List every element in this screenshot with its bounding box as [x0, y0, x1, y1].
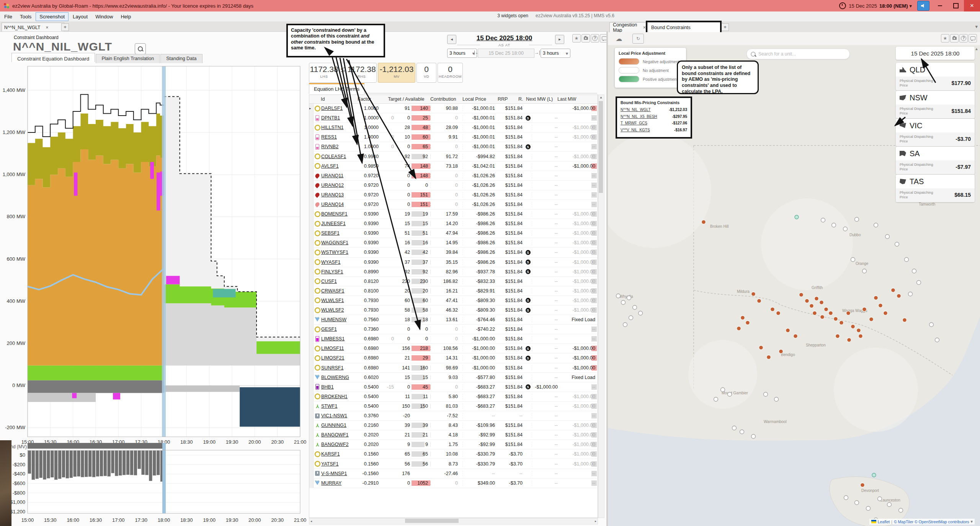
row-gutter[interactable] [309, 123, 314, 132]
table-row[interactable]: JUNEESF10.9390151514.20-$986.26$151.84--… [309, 219, 598, 229]
table-row[interactable]: CRWASF10.8100202016.21-$829.91$151.84---… [309, 286, 598, 296]
table-row[interactable]: YGUNNING10.216039398.43-$109.96$151.84--… [309, 421, 598, 430]
row-gutter[interactable] [309, 315, 314, 324]
maximize-button[interactable] [948, 0, 964, 11]
tab-standing-data[interactable]: Standing Data [160, 54, 202, 63]
table-row[interactable]: LIMOSF210.6980212914.31-$1,000.00$151.84… [309, 353, 598, 363]
table-row[interactable]: WYASF10.9390373735.15-$986.26$151.84S---… [309, 258, 598, 267]
sidebar-scroll-up-icon[interactable]: ▲ [975, 47, 978, 51]
mispricing-row[interactable]: T_MRWF_GCS-$127.06 [621, 121, 687, 125]
table-row[interactable]: URANQ120.9720000-$1,026.26$151.84---- [309, 181, 598, 190]
row-gutter[interactable] [309, 296, 314, 305]
refresh-icon[interactable]: ↻ [632, 34, 644, 44]
unit-id-link[interactable]: CRWASF1 [321, 288, 358, 294]
unit-id-link[interactable]: AVLSF1 [321, 163, 358, 169]
table-horizontal-scrollbar[interactable]: ◂ ▸ [309, 518, 598, 524]
unit-id-link[interactable]: CUSF1 [321, 279, 358, 284]
table-row[interactable]: SEBSF10.9390515147.94-$986.26$151.84---$… [309, 229, 598, 238]
table-row[interactable]: YBANGOWF20.2020991.75-$92.99$151.84---$1… [309, 440, 598, 449]
table-row[interactable]: BLOWERNG0.602015159.03-$577.80$151.84--F… [309, 373, 598, 382]
menu-item-file[interactable]: File [1, 13, 16, 21]
table-vertical-scrollbar[interactable]: ▲ [598, 95, 604, 518]
table-row[interactable]: SUNRSF10.698014116098.69-$1,000.00$151.8… [309, 363, 598, 373]
row-gutter[interactable] [309, 353, 314, 363]
row-gutter[interactable] [309, 325, 314, 334]
mispricing-constraint-link[interactable]: N^^N_NIL_WGLT [621, 108, 651, 112]
table-row[interactable]: URANQ140.972001510-$1,026.26$151.84---- [309, 200, 598, 209]
row-gutter[interactable] [309, 459, 314, 468]
row-gutter[interactable] [309, 421, 314, 430]
unit-id-link[interactable]: HILLSTN1 [321, 125, 358, 130]
cloud-icon[interactable]: ☁ [612, 34, 626, 43]
mispricing-constraint-link[interactable]: V^^V_NIL_KGTS [621, 128, 650, 132]
row-gutter[interactable] [309, 152, 314, 161]
table-row[interactable]: ▸DARLSF11.00009114090.88-$1,000.01$151.8… [309, 104, 598, 113]
unit-id-link[interactable]: HUMENSW [321, 317, 358, 322]
minimize-button[interactable] [932, 0, 948, 11]
congestion-map[interactable]: Broken HillWhyallaDubboOrangeTamworthMil… [608, 45, 980, 526]
unit-id-link[interactable]: WLWLSF1 [321, 298, 358, 303]
table-row[interactable]: FINLYSF10.8990929282.96-$937.78$151.84S-… [309, 267, 598, 277]
menu-item-help[interactable]: Help [117, 13, 134, 21]
unit-id-link[interactable]: DARLSF1 [321, 106, 358, 111]
favorite-star-icon[interactable]: ★ [572, 34, 581, 42]
constraint-search-button[interactable] [135, 43, 146, 54]
unit-id-link[interactable]: BANGOWF1 [321, 432, 358, 438]
unit-id-link[interactable]: GUNNING1 [321, 423, 358, 428]
scroll-up-icon[interactable]: ▲ [599, 96, 603, 99]
favorite-star-icon[interactable]: ★ [941, 34, 949, 42]
unit-id-link[interactable]: WLWLSF2 [321, 307, 358, 313]
unit-id-link[interactable]: KARSF1 [321, 451, 358, 457]
row-gutter[interactable] [309, 171, 314, 180]
unit-id-link[interactable]: V-S-MNSP1 [321, 471, 358, 476]
row-gutter[interactable]: ▸ [309, 104, 314, 113]
mispricing-row[interactable]: N^^N_NIL_WGLT-$1,212.03 [621, 108, 687, 112]
region-card-qld[interactable]: QLDPhysical Dispatching Price$177.90 [896, 63, 975, 90]
unit-id-link[interactable]: LIMOSF21 [321, 355, 358, 361]
unit-id-link[interactable]: URANQ12 [321, 183, 358, 188]
unit-id-link[interactable]: LIMOSF11 [321, 346, 358, 351]
row-gutter[interactable] [309, 382, 314, 392]
row-gutter[interactable] [309, 277, 314, 286]
table-row[interactable]: URANQ130.972001510-$1,026.26$151.84---- [309, 190, 598, 200]
region-card-vic[interactable]: VICPhysical Dispatching Price-$3.70 [896, 119, 975, 146]
table-row[interactable]: YBANGOWF10.202021214.18-$92.99$151.84---… [309, 430, 598, 440]
row-gutter[interactable] [309, 440, 314, 449]
add-tab-button[interactable]: + [721, 23, 729, 31]
clock-time[interactable]: 18:00 (NEM) [879, 3, 908, 9]
table-row[interactable]: COLEASF10.9940929291.72-$994.82$151.84--… [309, 152, 598, 161]
row-gutter[interactable] [309, 430, 314, 439]
workspace-tab[interactable]: N^^N_NIL_WGLT × [2, 23, 64, 32]
unit-id-link[interactable]: DPNTB1 [321, 115, 358, 121]
bound-mv-chart[interactable]: Bound (MV)$0-$200-$400-$600-$800-$1,000-… [0, 441, 306, 526]
unit-id-link[interactable]: WAGGNSF1 [321, 240, 358, 245]
region-card-nsw[interactable]: NSWPhysical Dispatching Price$151.84 [896, 91, 975, 118]
widget-menu-caret-icon[interactable]: ▾ [975, 24, 978, 29]
unit-search-input[interactable]: Search for a unit... [746, 49, 850, 59]
row-gutter[interactable] [309, 402, 314, 411]
mispricing-constraint-link[interactable]: T_MRWF_GCS [621, 121, 647, 125]
scroll-left-icon[interactable]: ◂ [310, 519, 312, 523]
prev-interval-button[interactable]: ◂ [447, 35, 456, 44]
table-row[interactable]: WSTWYSF10.9390424239.84-$986.26$151.84S-… [309, 248, 598, 257]
row-gutter[interactable] [309, 449, 314, 459]
unit-id-link[interactable]: BROKENH1 [321, 394, 358, 399]
table-row[interactable]: WLWLSF10.7930606047.41-$809.30$151.84S--… [309, 296, 598, 305]
row-gutter[interactable] [309, 219, 314, 228]
row-gutter[interactable] [309, 334, 314, 343]
unit-id-link[interactable]: YATSF1 [321, 461, 358, 467]
unit-id-link[interactable]: COLEASF1 [321, 154, 358, 159]
table-row[interactable]: YSTWF10.540015015081.03-$683.27$151.84--… [309, 402, 598, 411]
next-interval-button[interactable]: ▸ [555, 35, 564, 44]
row-gutter[interactable] [309, 229, 314, 238]
menu-item-window[interactable]: Window [92, 13, 116, 21]
table-row[interactable]: VIC1-NSW10.3760-20-7.52-------- [309, 411, 598, 421]
mispricing-row[interactable]: N^^N_NIL_X5_BESH-$297.95 [621, 114, 687, 119]
row-gutter[interactable] [309, 162, 314, 171]
row-gutter[interactable] [309, 142, 314, 151]
unit-id-link[interactable]: SUNRSF1 [321, 365, 358, 371]
unit-id-link[interactable]: BHB1 [321, 384, 358, 390]
help-icon[interactable]: ? [959, 34, 968, 42]
table-row[interactable]: HILLSTN11.0000284828.09-$1,000.01$151.84… [309, 123, 598, 132]
unit-id-link[interactable]: WYASF1 [321, 260, 358, 265]
